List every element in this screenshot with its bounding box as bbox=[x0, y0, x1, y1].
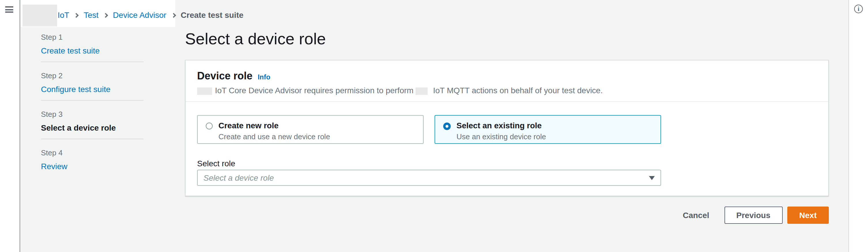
card-description-segment: IoT MQTT actions on behalf of your test … bbox=[433, 86, 603, 95]
radio-selected-icon[interactable] bbox=[443, 122, 451, 130]
card-description: IoT Core Device Advisor requires permiss… bbox=[197, 85, 817, 96]
card-body: Create new role Create and use a new dev… bbox=[186, 102, 828, 195]
breadcrumb-item-current: Create test suite bbox=[181, 10, 244, 19]
next-button[interactable]: Next bbox=[787, 207, 829, 224]
wizard-steps: Step 1 Create test suite Step 2 Configur… bbox=[41, 33, 144, 186]
tile-create-new-role[interactable]: Create new role Create and use a new dev… bbox=[197, 115, 424, 144]
hamburger-bar bbox=[5, 9, 13, 10]
side-nav-rail bbox=[0, 0, 20, 252]
breadcrumb: IoT Test Device Advisor Create test suit… bbox=[58, 10, 244, 20]
redacted-service-logo bbox=[23, 5, 57, 27]
card-header: Device role Info IoT Core Device Advisor… bbox=[186, 61, 828, 102]
step-link-review[interactable]: Review bbox=[41, 160, 67, 172]
wizard-step-1: Step 1 Create test suite bbox=[41, 33, 144, 62]
info-icon[interactable]: i bbox=[854, 5, 863, 13]
select-role-label: Select role bbox=[197, 158, 817, 169]
wizard-step-2: Step 2 Configure test suite bbox=[41, 71, 144, 101]
step-label: Step 2 bbox=[41, 71, 144, 80]
main-content: Select a device role Device role Info Io… bbox=[185, 29, 829, 224]
tile-description: Create and use a new device role bbox=[218, 132, 330, 142]
app-viewport: IoT Test Device Advisor Create test suit… bbox=[0, 0, 868, 252]
previous-button[interactable]: Previous bbox=[724, 207, 782, 224]
breadcrumb-item-test[interactable]: Test bbox=[84, 10, 98, 19]
step-label: Step 1 bbox=[41, 33, 144, 42]
info-link[interactable]: Info bbox=[258, 73, 270, 81]
caret-down-icon bbox=[649, 176, 655, 180]
breadcrumb-item-device-advisor[interactable]: Device Advisor bbox=[113, 10, 166, 19]
hamburger-bar bbox=[5, 6, 13, 7]
tile-select-existing-role[interactable]: Select an existing role Use an existing … bbox=[435, 115, 661, 144]
help-panel-rail: i bbox=[848, 0, 868, 252]
cancel-button[interactable]: Cancel bbox=[683, 211, 709, 219]
device-role-card: Device role Info IoT Core Device Advisor… bbox=[185, 60, 829, 196]
tile-description: Use an existing device role bbox=[457, 132, 546, 142]
redacted-word bbox=[416, 87, 428, 95]
step-label: Step 4 bbox=[41, 148, 144, 158]
wizard-step-3-current: Step 3 Select a device role bbox=[41, 110, 144, 139]
tile-title: Select an existing role bbox=[457, 120, 546, 131]
hamburger-bar bbox=[5, 11, 13, 13]
chevron-right-icon bbox=[171, 13, 176, 17]
redacted-word bbox=[197, 87, 212, 95]
device-role-select[interactable]: Select a device role bbox=[197, 170, 661, 186]
chevron-right-icon bbox=[74, 13, 79, 17]
wizard-step-4: Step 4 Review bbox=[41, 148, 144, 177]
role-option-tiles: Create new role Create and use a new dev… bbox=[197, 115, 661, 144]
tile-title: Create new role bbox=[218, 120, 330, 131]
page-title: Select a device role bbox=[185, 29, 829, 49]
step-label: Step 3 bbox=[41, 110, 144, 119]
hamburger-menu-icon[interactable] bbox=[5, 6, 13, 13]
step-link-configure-test-suite[interactable]: Configure test suite bbox=[41, 83, 111, 95]
wizard-actions: Cancel Previous Next bbox=[185, 207, 829, 224]
card-title: Device role bbox=[197, 70, 252, 82]
card-description-segment: IoT Core Device Advisor requires permiss… bbox=[215, 86, 413, 95]
step-current-title: Select a device role bbox=[41, 122, 116, 134]
breadcrumb-item-iot[interactable]: IoT bbox=[58, 10, 69, 19]
chevron-right-icon bbox=[103, 13, 108, 17]
radio-unselected-icon[interactable] bbox=[206, 122, 213, 130]
select-placeholder: Select a device role bbox=[204, 173, 274, 182]
step-link-create-test-suite[interactable]: Create test suite bbox=[41, 45, 100, 57]
